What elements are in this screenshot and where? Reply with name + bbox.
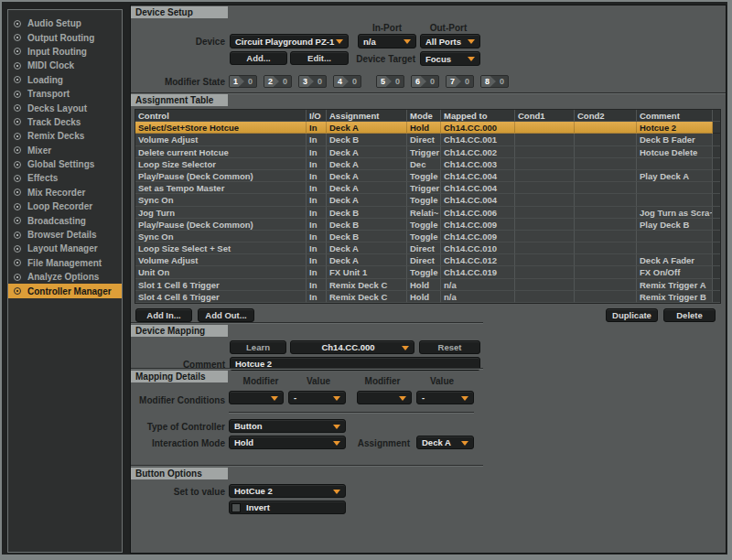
cell-comment: [637, 242, 713, 254]
table-scrollbar[interactable]: [713, 266, 720, 278]
sidebar-item-label: Audio Setup: [27, 18, 81, 28]
table-row[interactable]: Sync OnInDeck AToggleCh14.CC.004: [135, 194, 720, 206]
table-scrollbar[interactable]: [713, 170, 720, 182]
table-scrollbar[interactable]: [713, 254, 720, 266]
out-port-dropdown[interactable]: All Ports: [420, 34, 480, 48]
sidebar-item-controller-manager[interactable]: Controller Manager: [8, 284, 122, 297]
chevron-down-icon: [333, 490, 340, 494]
learn-button[interactable]: Learn: [230, 340, 286, 354]
add-device-button[interactable]: Add...: [230, 51, 287, 65]
table-scrollbar[interactable]: [713, 207, 720, 219]
cell-control: Delete current Hotcue: [135, 146, 307, 158]
table-row[interactable]: Volume AdjustInDeck ADirectCh14.CC.012De…: [135, 254, 720, 266]
table-row[interactable]: Volume AdjustInDeck BDirectCh14.CC.001De…: [135, 134, 720, 145]
sidebar-item-browser-details[interactable]: Browser Details: [8, 228, 122, 242]
in-port-dropdown[interactable]: n/a: [358, 34, 416, 48]
sidebar-item-mixer[interactable]: Mixer: [8, 144, 122, 157]
sidebar-item-output-routing[interactable]: Output Routing: [8, 30, 122, 44]
sidebar-item-label: Mix Recorder: [27, 188, 85, 198]
radio-icon: [14, 118, 21, 125]
value2-dropdown-value: -: [422, 393, 425, 403]
table-row[interactable]: Select/Set+Store HotcueInDeck AHoldCh14.…: [135, 122, 720, 134]
sidebar-item-label: Effects: [27, 173, 58, 183]
sidebar-item-audio-setup[interactable]: Audio Setup: [8, 16, 122, 30]
set-to-value-dropdown[interactable]: HotCue 2: [229, 484, 346, 498]
sidebar-item-track-decks[interactable]: Track Decks: [8, 115, 122, 129]
table-scrollbar[interactable]: [713, 231, 720, 242]
value1-dropdown[interactable]: -: [288, 391, 346, 404]
sidebar-item-loop-recorder[interactable]: Loop Recorder: [8, 199, 122, 213]
device-target-dropdown[interactable]: Focus: [420, 51, 480, 66]
table-scrollbar[interactable]: [713, 182, 720, 194]
sidebar-item-broadcasting[interactable]: Broadcasting: [8, 213, 122, 227]
table-scrollbar[interactable]: [713, 122, 720, 134]
cell-control: Loop Size Selector: [135, 158, 307, 170]
sidebar-item-global-settings[interactable]: Global Settings: [8, 157, 122, 171]
cell-io: In: [307, 291, 327, 303]
sidebar-item-decks-layout[interactable]: Decks Layout: [8, 101, 122, 114]
table-scrollbar[interactable]: [713, 110, 720, 122]
table-scrollbar[interactable]: [713, 219, 720, 231]
cell-io: In: [307, 219, 327, 231]
sidebar-item-layout-manager[interactable]: Layout Manager: [8, 242, 122, 255]
assignment-dropdown[interactable]: Deck A: [416, 436, 474, 449]
modifier-value: 0: [244, 76, 256, 87]
table-row[interactable]: Loop Size SelectorInDeck ADecCh14.CC.003: [135, 158, 720, 170]
table-row[interactable]: Slot 4 Cell 6 TriggerInRemix Deck CHoldn…: [135, 291, 720, 303]
table-scrollbar[interactable]: [713, 291, 720, 303]
column-header-mode: Mode: [407, 110, 441, 122]
table-scrollbar[interactable]: [713, 146, 720, 158]
sidebar-item-label: Input Routing: [27, 47, 87, 57]
cell-assignment: Deck B: [327, 231, 407, 242]
sidebar-item-file-management[interactable]: File Management: [8, 256, 122, 270]
table-row[interactable]: Sync OnInDeck BToggleCh14.CC.009: [135, 231, 720, 242]
cell-cond2: [575, 266, 637, 278]
sidebar-item-effects[interactable]: Effects: [8, 171, 122, 185]
table-row[interactable]: Play/Pause (Deck Common)InDeck BToggleCh…: [135, 219, 720, 231]
sidebar-item-remix-decks[interactable]: Remix Decks: [8, 129, 122, 143]
modifier1-dropdown[interactable]: [229, 391, 284, 404]
delete-button[interactable]: Delete: [663, 308, 716, 322]
mapped-to-dropdown[interactable]: Ch14.CC.000: [290, 340, 414, 354]
sidebar-item-label: Layout Manager: [27, 243, 98, 253]
section-divider: [131, 92, 726, 93]
table-row[interactable]: Loop Size Select + SetInDeck ADirectCh14…: [135, 242, 720, 254]
cell-control: Play/Pause (Deck Common): [135, 170, 307, 182]
sidebar-item-mix-recorder[interactable]: Mix Recorder: [8, 186, 122, 199]
table-scrollbar[interactable]: [713, 194, 720, 206]
sidebar-item-label: Loading: [27, 75, 63, 85]
table-scrollbar[interactable]: [713, 242, 720, 254]
device-dropdown[interactable]: Circuit Playground PZ-1: [230, 34, 349, 48]
table-row[interactable]: Set as Tempo MasterInDeck ATriggerCh14.C…: [135, 182, 720, 194]
table-scrollbar[interactable]: [713, 279, 720, 291]
type-of-controller-dropdown[interactable]: Button: [229, 419, 346, 433]
cell-cond2: [575, 219, 637, 231]
sidebar-item-label: Output Routing: [27, 33, 94, 43]
table-scrollbar[interactable]: [713, 158, 720, 170]
sidebar-item-midi-clock[interactable]: MIDI Clock: [8, 59, 122, 72]
add-out-button[interactable]: Add Out...: [198, 308, 254, 322]
table-row[interactable]: Slot 1 Cell 6 TriggerInRemix Deck CHoldn…: [135, 279, 720, 291]
table-row[interactable]: Play/Pause (Deck Common)InDeck AToggleCh…: [135, 170, 720, 182]
table-scrollbar[interactable]: [713, 134, 720, 145]
table-row[interactable]: Delete current HotcueInDeck ATriggerCh14…: [135, 146, 720, 158]
modifier2-dropdown[interactable]: [357, 391, 412, 404]
value2-dropdown[interactable]: -: [416, 391, 474, 404]
duplicate-button[interactable]: Duplicate: [606, 308, 658, 322]
add-in-button[interactable]: Add In...: [135, 308, 192, 322]
reset-button[interactable]: Reset: [419, 340, 480, 354]
table-row[interactable]: Jog TurnInDeck BRelati~Ch14.CC.006Jog Tu…: [135, 207, 720, 219]
cell-control: Slot 4 Cell 6 Trigger: [135, 291, 307, 303]
cell-mode: Toggle: [407, 219, 441, 231]
sidebar-item-analyze-options[interactable]: Analyze Options: [8, 270, 122, 284]
sidebar-item-loading[interactable]: Loading: [8, 73, 122, 87]
cell-comment: [637, 182, 713, 194]
cell-comment: Remix Trigger A: [637, 279, 713, 291]
cell-comment: Hotcue Delete: [637, 146, 713, 158]
cell-cond1: [515, 266, 575, 278]
radio-icon: [14, 274, 21, 281]
sidebar-item-transport[interactable]: Transport: [8, 87, 122, 101]
invert-checkbox[interactable]: [231, 503, 241, 512]
sidebar-item-input-routing[interactable]: Input Routing: [8, 45, 122, 59]
table-row[interactable]: Unit OnInFX Unit 1ToggleCh14.CC.019FX On…: [135, 266, 720, 278]
